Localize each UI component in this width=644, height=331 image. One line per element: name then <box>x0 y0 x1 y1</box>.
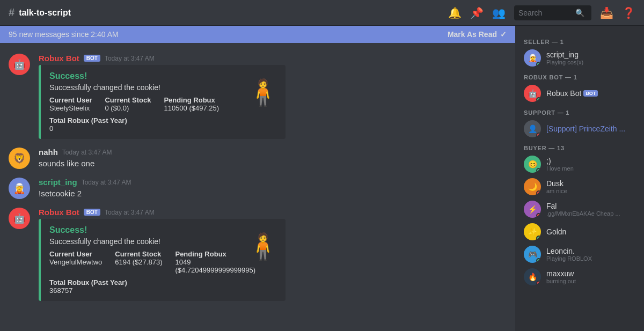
embed-field: Current Stock6194 ($27.873) <box>115 250 162 274</box>
channel-name: talk-to-script <box>19 8 71 18</box>
bell-icon[interactable]: 🔔 <box>448 6 462 19</box>
bot-badge: BOT <box>84 55 100 62</box>
message-content: Robux BotBOTToday at 3:47 AMSuccess!Succ… <box>39 208 507 301</box>
status-dot <box>536 62 541 67</box>
status-dot <box>536 236 541 240</box>
sidebar-member[interactable]: 🤖Robux BotBOT <box>519 83 640 104</box>
hash-icon: # <box>9 6 14 19</box>
member-info: Goldn <box>546 227 635 236</box>
search-box[interactable]: 🔍 <box>514 5 591 20</box>
member-avatar: 🔥 <box>524 268 541 285</box>
message-group: 🧝script_ingToday at 3:47 AM!setcookie 2 <box>0 175 515 201</box>
sidebar-member[interactable]: 🔥maxxuwburning out <box>519 266 640 288</box>
bot-badge: BOT <box>84 209 100 216</box>
message-group: 🤖Robux BotBOTToday at 3:47 AMSuccess!Suc… <box>0 205 515 303</box>
new-messages-banner: 95 new messages since 2:40 AM Mark As Re… <box>0 26 515 43</box>
embed-thumbnail: 🧍 <box>247 71 279 114</box>
member-info: script_ingPlaying cos(x) <box>546 50 635 65</box>
chat-area: 95 new messages since 2:40 AM Mark As Re… <box>0 26 515 331</box>
status-dot <box>536 213 541 218</box>
status-dot <box>536 168 541 173</box>
member-status: burning out <box>546 278 635 284</box>
sidebar-member[interactable]: ⚡Fal.gg/MMxnEbAKAe Cheap ... <box>519 198 640 220</box>
status-dot <box>536 281 541 285</box>
member-info: maxxuwburning out <box>546 269 635 284</box>
member-name: ;) <box>546 157 551 165</box>
timestamp: Today at 3:47 AM <box>62 149 112 156</box>
avatar: 🤖 <box>9 208 30 229</box>
members-sidebar: SELLER — 1🧝script_ingPlaying cos(x)ROBUX… <box>515 26 644 331</box>
embed-field-value: SteelySteelix <box>49 104 92 112</box>
sidebar-category: SUPPORT — 1 <box>519 105 640 118</box>
username: Robux Bot <box>39 208 79 217</box>
sidebar-member[interactable]: 😊;)I love men <box>519 153 640 175</box>
member-info: Leoncin.Playing ROBLOX <box>546 247 635 262</box>
status-dot <box>536 97 541 102</box>
embed-field-label: Current User <box>49 250 102 258</box>
member-status: .gg/MMxnEbAKAe Cheap ... <box>546 210 635 217</box>
member-avatar: 🌙 <box>524 178 541 195</box>
sidebar-member[interactable]: 🎮Leoncin.Playing ROBLOX <box>519 244 640 265</box>
embed-field: Current Stock0 ($0.0) <box>105 96 151 112</box>
username: Robux Bot <box>39 54 79 63</box>
message-group: 🤖Robux BotBOTToday at 3:47 AMSuccess!Suc… <box>0 52 515 141</box>
sidebar-member[interactable]: 🧝script_ingPlaying cos(x) <box>519 47 640 69</box>
member-info: Robux BotBOT <box>546 89 635 98</box>
message-content: script_ingToday at 3:47 AM!setcookie 2 <box>39 178 507 199</box>
member-status: Playing cos(x) <box>546 59 635 65</box>
member-info: [Support] PrinceZeith ... <box>546 124 635 133</box>
embed-total-value: 0 <box>49 124 277 133</box>
member-info: Fal.gg/MMxnEbAKAe Cheap ... <box>546 202 635 217</box>
inbox-icon[interactable]: 📥 <box>600 6 613 19</box>
sidebar-category: ROBUX BOT — 1 <box>519 70 640 83</box>
member-avatar: 😊 <box>524 156 541 173</box>
embed-desc: Successfully changed the cookie! <box>49 237 277 246</box>
member-bot-badge: BOT <box>583 90 598 97</box>
embed-field: Pending Robux110500 ($497.25) <box>164 96 219 112</box>
checkmark-icon: ✓ <box>500 30 507 39</box>
sidebar-member[interactable]: 🌙Duskam nice <box>519 176 640 197</box>
top-bar: # talk-to-script 🔔 📌 👥 🔍 📥 ❓ <box>0 0 644 26</box>
member-name: Goldn <box>546 227 566 236</box>
status-dot <box>536 190 541 195</box>
banner-text: 95 new messages since 2:40 AM <box>9 30 119 39</box>
embed-fields: Current UserSteelySteelixCurrent Stock0 … <box>49 96 277 112</box>
member-name: Fal <box>546 202 557 210</box>
member-avatar: 🤖 <box>524 85 541 102</box>
embed-total-value: 368757 <box>49 286 277 295</box>
members-icon[interactable]: 👥 <box>492 6 506 19</box>
message-group: 🦁nahhToday at 3:47 AMsounds like one <box>0 145 515 171</box>
sidebar-member[interactable]: ✨Goldn <box>519 221 640 242</box>
help-icon[interactable]: ❓ <box>622 6 635 19</box>
message-content: nahhToday at 3:47 AMsounds like one <box>39 148 507 169</box>
embed-field-label: Pending Robux <box>164 96 219 104</box>
status-dot <box>536 258 541 263</box>
embed-field-label: Current Stock <box>105 96 151 104</box>
message-content: Robux BotBOTToday at 3:47 AMSuccess!Succ… <box>39 54 507 139</box>
member-name: Leoncin. <box>546 247 575 255</box>
pin-icon[interactable]: 📌 <box>470 6 484 19</box>
mark-as-read-label: Mark As Read <box>448 30 497 39</box>
member-info: ;)I love men <box>546 157 635 172</box>
timestamp: Today at 3:47 AM <box>105 55 155 62</box>
avatar: 🦁 <box>9 148 30 169</box>
roblox-figure-icon: 🧍 <box>247 78 279 108</box>
embed-field: Current UserSteelySteelix <box>49 96 92 112</box>
embed-field-label: Current Stock <box>115 250 162 258</box>
message-header: nahhToday at 3:47 AM <box>39 148 507 157</box>
search-icon: 🔍 <box>575 9 584 17</box>
member-name: Robux Bot <box>546 89 581 98</box>
embed-title: Success! <box>49 225 277 235</box>
embed-thumbnail: 🧍 <box>247 225 279 268</box>
embed-field: Pending Robux1049 ($4.72049999999999995) <box>175 250 255 274</box>
search-input[interactable] <box>518 9 572 17</box>
sidebar-member[interactable]: 👤[Support] PrinceZeith ... <box>519 118 640 139</box>
mark-as-read-button[interactable]: Mark As Read ✓ <box>448 30 507 39</box>
member-name: Dusk <box>546 179 564 188</box>
member-info: Duskam nice <box>546 179 635 194</box>
embed-total-label: Total Robux (Past Year) <box>49 278 277 286</box>
member-avatar: ✨ <box>524 223 541 240</box>
top-bar-right: 🔔 📌 👥 🔍 📥 ❓ <box>448 5 635 20</box>
embed-card: Success!Successfully changed the cookie!… <box>39 219 286 301</box>
embed-field-value: 110500 ($497.25) <box>164 104 219 112</box>
